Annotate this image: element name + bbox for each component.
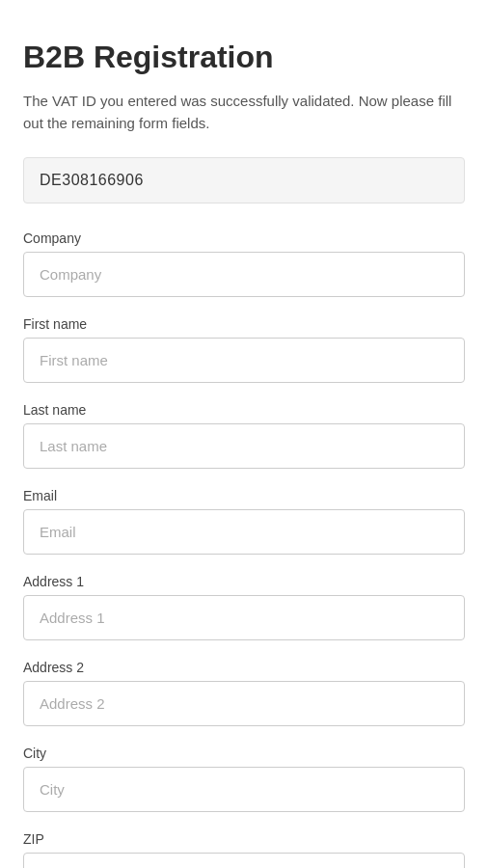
label-last_name: Last name (23, 402, 465, 418)
label-zip: ZIP (23, 831, 465, 847)
city-input[interactable] (23, 767, 465, 812)
subtitle-text: The VAT ID you entered was successfully … (23, 91, 465, 134)
label-email: Email (23, 488, 465, 503)
form-group-first_name: First name (23, 316, 465, 383)
form-group-zip: ZIP (23, 831, 465, 868)
label-address1: Address 1 (23, 574, 465, 589)
form-group-last_name: Last name (23, 402, 465, 469)
form-group-address1: Address 1 (23, 574, 465, 640)
first_name-input[interactable] (23, 338, 465, 383)
label-address2: Address 2 (23, 660, 465, 675)
label-first_name: First name (23, 316, 465, 332)
vat-id-display: DE308166906 (23, 157, 465, 203)
form-group-company: Company (23, 231, 465, 297)
form-group-address2: Address 2 (23, 660, 465, 726)
registration-form: CompanyFirst nameLast nameEmailAddress 1… (23, 231, 465, 868)
label-city: City (23, 746, 465, 761)
address1-input[interactable] (23, 595, 465, 640)
email-input[interactable] (23, 509, 465, 555)
last_name-input[interactable] (23, 423, 465, 469)
zip-input[interactable] (23, 853, 465, 868)
form-group-email: Email (23, 488, 465, 555)
company-input[interactable] (23, 252, 465, 297)
label-company: Company (23, 231, 465, 246)
address2-input[interactable] (23, 681, 465, 726)
form-group-city: City (23, 746, 465, 812)
page-title: B2B Registration (23, 39, 465, 75)
